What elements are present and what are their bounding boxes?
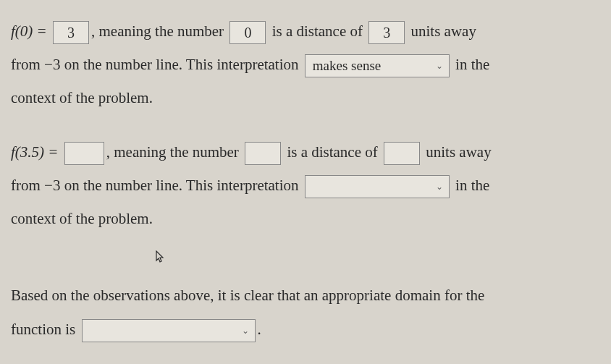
select-f35-interpretation[interactable]: ⌄ [305,175,450,198]
text: in the [455,177,489,194]
paragraph-domain: Based on the observations above, it is c… [11,279,600,345]
text: , meaning the number [91,22,224,40]
input-f35-result[interactable] [64,142,104,165]
input-f0-number[interactable]: 0 [229,21,266,44]
input-f35-distance[interactable] [384,142,420,165]
chevron-down-icon: ⌄ [436,56,443,75]
text: units away [426,143,491,161]
text: is a distance of [272,22,363,40]
text: on the number line. This interpretation [64,177,299,194]
negative-three: −3 [44,56,60,73]
select-value: makes sense [313,58,381,73]
negative-three: −3 [44,177,60,194]
text: context of the problem. [11,210,153,227]
text: units away [411,22,476,40]
text: context of the problem. [11,89,153,106]
paragraph-f35: f(3.5) = , meaning the number is a dista… [11,135,600,236]
text: function is [11,321,75,338]
text: Based on the observations above, it is c… [11,287,484,304]
input-f0-distance[interactable]: 3 [368,21,405,44]
function-label-f35: f(3.5) = [11,143,59,161]
chevron-down-icon: ⌄ [242,321,249,340]
paragraph-f0: f(0) = 3, meaning the number 0 is a dist… [11,14,600,115]
text: on the number line. This interpretation [64,56,299,73]
text: from [11,177,41,194]
select-domain[interactable]: ⌄ [82,319,256,342]
input-f0-result[interactable]: 3 [53,21,89,44]
text: from [11,56,41,73]
text: is a distance of [287,143,377,161]
select-f0-interpretation[interactable]: makes sense ⌄ [305,54,450,77]
input-f35-number[interactable] [245,142,281,165]
chevron-down-icon: ⌄ [436,177,443,196]
text: , meaning the number [106,143,239,161]
cursor-icon [156,245,166,274]
text: . [258,321,261,338]
function-label-f0: f(0) = [11,22,47,40]
text: in the [455,56,489,73]
